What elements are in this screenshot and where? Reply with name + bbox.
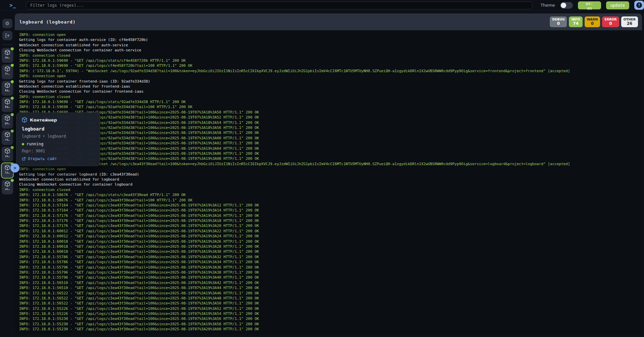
container-cube-icon <box>5 66 10 71</box>
log-line: INFO: 172.18.0.1:55230 - "GET /api/logs/… <box>19 322 642 327</box>
log-line: INFO: 172.18.0.1:59690 - "GET /api/logs/… <box>19 156 642 161</box>
log-line: INFO: 172.18.0.1:59690 - "GET /api/logs/… <box>19 130 642 135</box>
badge-count: 26 <box>624 21 636 26</box>
container-tooltip: Контейнер logboard logboard • logboard r… <box>16 112 100 166</box>
container-label: ka… <box>5 89 10 92</box>
log-line: INFO: 172.18.0.1:57164 - "GET /api/logs/… <box>19 208 642 213</box>
container-label: fr… <box>5 73 10 76</box>
log-line: INFO: 172.18.0.1:55796 - "GET /api/logs/… <box>19 270 642 275</box>
log-line: INFO: 172.18.0.1:60018 - "GET /api/logs/… <box>19 239 642 244</box>
badge-debug: DEBUG0 <box>550 16 567 27</box>
log-line: INFO: 172.18.0.1:56510 - "GET /api/logs/… <box>19 285 642 290</box>
container-cube-icon <box>5 99 10 104</box>
log-line: Getting logs for container auth-service … <box>19 37 642 42</box>
log-line: INFO: 172.18.0.1:55226 - "GET /api/logs/… <box>19 306 642 311</box>
sidebar-container-0[interactable]: au… <box>2 48 13 63</box>
sidebar-container-1[interactable]: fr… <box>2 64 13 79</box>
log-line: INFO: 172.18.0.1:58676 - "GET /api/logs/… <box>19 192 642 197</box>
container-cube-icon <box>5 83 10 88</box>
tooltip-status: running <box>22 142 94 146</box>
log-line: INFO: 172.18.0.1:60018 - "GET /api/logs/… <box>19 244 642 249</box>
log-line: INFO: 172.18.0.1:58676 - "GET /api/logs/… <box>19 198 642 203</box>
status-dot-icon <box>11 179 14 182</box>
container-list: au…fr…ka…ka…po…re…zo…lo…us… <box>2 48 13 196</box>
log-line: INFO: connection closed <box>19 53 642 58</box>
question-icon: ? <box>636 2 642 8</box>
log-line: INFO: 172.18.0.1:59690 - "GET /api/logs/… <box>19 151 642 156</box>
log-line: INFO: 172.18.0.1:59690 - "GET /api/logs/… <box>19 120 642 125</box>
sidebar-container-4[interactable]: po… <box>2 114 13 129</box>
status-dot-icon <box>11 80 14 83</box>
log-panel: logboard (logboard) DEBUG0INFO74WARN0ERR… <box>15 13 642 334</box>
tooltip-container-name: logboard <box>22 126 94 132</box>
sidebar-container-6[interactable]: zo… <box>2 147 13 161</box>
log-line: INFO: 172.18.0.1:59690 - "GET /api/logs/… <box>19 99 642 104</box>
sidebar: ⚙ au…fr…ka…ka…po…re…zo…lo…us… <box>0 11 15 337</box>
terminal-prompt-icon: >_ <box>0 2 26 8</box>
log-line: Closing WebSocket connection for contain… <box>19 182 642 187</box>
tooltip-header: Контейнер <box>22 117 94 123</box>
container-label: re… <box>5 138 10 141</box>
tooltip-subtitle: logboard • logboard <box>22 134 94 139</box>
filter-input[interactable] <box>26 1 532 9</box>
status-dot-icon <box>11 64 14 67</box>
update-button[interactable]: update <box>606 1 629 9</box>
gear-icon: ⚙ <box>5 20 9 27</box>
sidebar-expand-button[interactable]: > <box>10 163 19 173</box>
log-line: INFO: 172.18.0.1:59690 - "GET /api/logs/… <box>19 63 642 68</box>
running-dot-icon <box>22 143 24 145</box>
log-line: INFO: 172.18.0.1:55796 - "GET /api/logs/… <box>19 275 642 280</box>
theme-toggle[interactable] <box>560 2 573 9</box>
help-button[interactable]: ? <box>634 1 644 10</box>
logout-icon <box>5 33 10 38</box>
log-line: INFO: 172.18.0.1:57176 - "GET /api/logs/… <box>19 213 642 218</box>
level-badges: DEBUG0INFO74WARN0ERROR0OTHER26 <box>550 16 638 27</box>
log-line: INFO: connection closed <box>19 94 642 99</box>
container-cube-icon <box>22 117 27 123</box>
log-line: INFO: 172.18.0.1:60012 - "GET /api/logs/… <box>19 234 642 239</box>
ws-status-button[interactable]: ws: on <box>578 1 601 9</box>
sidebar-container-8[interactable]: us… <box>2 180 13 194</box>
open-site-label: Открыть сайт <box>28 156 57 161</box>
log-line: INFO: 172.18.0.1:55230 - "GET /api/logs/… <box>19 327 642 332</box>
logout-button[interactable] <box>2 31 12 40</box>
log-line: INFO: 172.18.0.1:56522 - "GET /api/logs/… <box>19 291 642 296</box>
log-line: INFO: 172.18.0.1:59690 - "GET /api/logs/… <box>19 125 642 130</box>
container-label: au… <box>5 56 10 59</box>
sidebar-container-3[interactable]: ka… <box>2 97 13 112</box>
badge-warn: WARN0 <box>585 16 600 27</box>
badge-other: OTHER26 <box>621 16 638 27</box>
container-label: us… <box>5 188 10 191</box>
log-line: INFO: 172.18.0.1:56510 - "GET /api/logs/… <box>19 280 642 285</box>
chevron-right-icon: > <box>14 165 16 171</box>
settings-button[interactable]: ⚙ <box>2 19 12 28</box>
log-line: INFO: connection open <box>19 166 642 172</box>
container-cube-icon <box>5 50 10 55</box>
status-dot-icon <box>11 47 14 50</box>
log-line: INFO: 172.18.0.1:55226 - "GET /api/logs/… <box>19 311 642 316</box>
log-line: INFO: connection closed <box>19 187 642 192</box>
container-label: lo… <box>5 171 10 174</box>
tooltip-title: Контейнер <box>30 117 57 123</box>
container-label: po… <box>5 122 10 125</box>
badge-info: INFO74 <box>569 16 582 27</box>
container-cube-icon <box>5 181 10 187</box>
panel-title: logboard (logboard) <box>19 19 76 25</box>
container-cube-icon <box>5 165 10 170</box>
topbar-controls: Theme ws: on update ? <box>540 1 644 10</box>
log-line: INFO: 172.18.0.1:59690 - "GET /api/logs/… <box>19 115 642 120</box>
log-line: INFO: 172.18.0.1:57176 - "GET /api/logs/… <box>19 218 642 223</box>
sidebar-container-5[interactable]: re… <box>2 130 13 145</box>
external-link-icon <box>22 157 26 161</box>
container-label: ka… <box>5 105 10 108</box>
log-line: WebSocket connection established for aut… <box>19 43 642 48</box>
status-dot-icon <box>11 97 14 100</box>
log-line: INFO: 172.18.0.1:59690 - "GET /api/logs/… <box>19 141 642 146</box>
open-site-link[interactable]: Открыть сайт <box>22 156 94 161</box>
log-output[interactable]: INFO: connection openGetting logs for co… <box>15 30 642 334</box>
container-cube-icon <box>5 115 10 121</box>
theme-label: Theme <box>540 3 555 8</box>
container-label: zo… <box>5 155 10 158</box>
sidebar-container-2[interactable]: ka… <box>2 81 13 96</box>
log-line: INFO: 172.18.0.1:56522 - "GET /api/logs/… <box>19 301 642 306</box>
